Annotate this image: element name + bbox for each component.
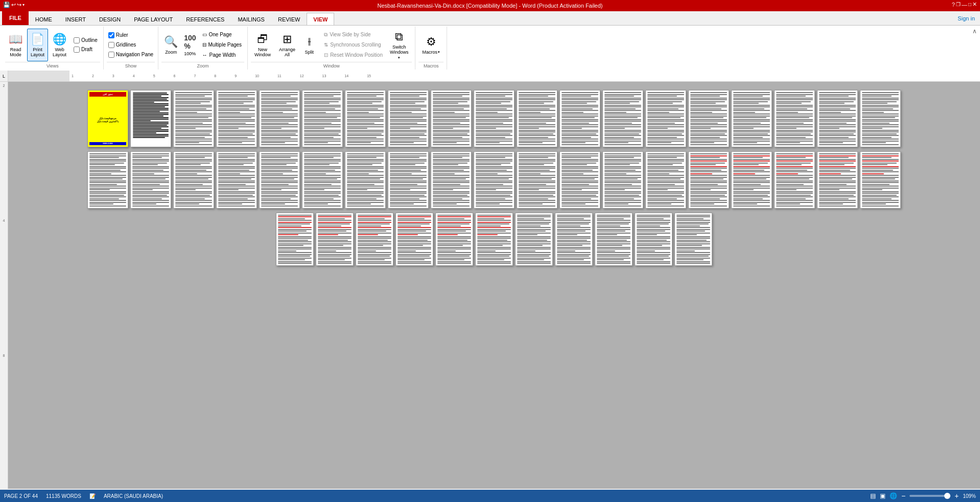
zoom-content: 🔍 Zoom 100% 100% ▭ One Page ⊟ Multiple P… xyxy=(161,28,244,62)
page-24 xyxy=(259,151,300,209)
status-right: ▤ ▣ 🌐 − + 109% xyxy=(870,492,976,500)
arrange-all-button[interactable]: ⊞ ArrangeAll xyxy=(275,29,299,61)
zoom-button[interactable]: 🔍 Zoom xyxy=(161,29,180,61)
view-side-by-side-button[interactable]: ⧉ View Side by Side xyxy=(321,30,385,39)
one-page-button[interactable]: ▭ One Page xyxy=(200,30,245,39)
row3-pages xyxy=(276,213,712,266)
page-12 xyxy=(559,90,600,147)
switch-windows-button[interactable]: ⧉ SwitchWindows ▾ xyxy=(386,29,412,61)
tab-review[interactable]: REVIEW xyxy=(271,13,307,25)
sign-in[interactable]: Sign in xyxy=(952,13,980,24)
window-content: 🗗 NewWindow ⊞ ArrangeAll ⫲ Split ⧉ View … xyxy=(251,28,412,62)
split-button[interactable]: ⫲ Split xyxy=(300,29,318,61)
page-25 xyxy=(302,151,343,209)
page-6 xyxy=(302,90,343,147)
save-button[interactable]: 💾 xyxy=(3,2,10,8)
tab-insert[interactable]: INSERT xyxy=(59,13,92,25)
title-text: Nesbat-Ravanshenasi-Va-Din.docx [Compati… xyxy=(4,3,976,9)
zoom-level[interactable]: 109% xyxy=(963,493,976,499)
language-icon: 📝 xyxy=(89,493,96,499)
page-10 xyxy=(474,90,515,147)
synchronous-scrolling-button[interactable]: ⇅ Synchronous Scrolling xyxy=(321,40,385,50)
maximize-button[interactable]: □ xyxy=(968,2,971,7)
new-window-icon: 🗗 xyxy=(257,33,268,46)
navigation-pane-checkbox[interactable] xyxy=(108,52,114,58)
zoom-minus-button[interactable]: − xyxy=(901,492,905,500)
page-8 xyxy=(388,90,429,147)
print-layout-icon: 📄 xyxy=(31,33,44,46)
new-window-button[interactable]: 🗗 NewWindow xyxy=(251,29,274,61)
navigation-pane-checkbox-item[interactable]: Navigation Pane xyxy=(107,51,155,59)
read-mode-button[interactable]: 📖 ReadMode xyxy=(5,29,26,61)
page-5 xyxy=(259,90,300,147)
customize-qa-button[interactable]: ▾ xyxy=(22,2,25,8)
redo-button[interactable]: ↪ xyxy=(17,2,21,8)
ruler-checkbox-item[interactable]: Ruler xyxy=(107,31,130,39)
macros-group: ⚙ Macros ▾ Macros xyxy=(415,27,447,70)
page-20 xyxy=(87,151,128,209)
zoom-plus-button[interactable]: + xyxy=(954,492,959,500)
web-layout-button[interactable]: 🌐 WebLayout xyxy=(49,29,70,61)
page-23 xyxy=(216,151,257,209)
page-2 xyxy=(130,90,171,147)
page-41 xyxy=(356,213,393,266)
window-group-label: Window xyxy=(251,62,412,69)
view-print-button[interactable]: ▣ xyxy=(880,492,885,499)
zoom-slider[interactable] xyxy=(909,495,950,497)
macros-content: ⚙ Macros ▾ xyxy=(418,28,444,62)
web-layout-icon: 🌐 xyxy=(53,33,66,46)
close-button[interactable]: ✕ xyxy=(972,1,977,8)
zoom-label: Zoom xyxy=(165,50,177,55)
page-30 xyxy=(517,151,557,209)
tab-page-layout[interactable]: PAGE LAYOUT xyxy=(127,13,179,25)
page-33 xyxy=(645,151,686,209)
page-4 xyxy=(216,90,257,147)
one-page-label: One Page xyxy=(209,32,232,37)
view-normal-button[interactable]: ▤ xyxy=(870,492,876,499)
macros-button[interactable]: ⚙ Macros ▾ xyxy=(418,29,444,61)
tab-home[interactable]: HOME xyxy=(29,13,59,25)
page-21 xyxy=(130,151,171,209)
ruler-checkbox[interactable] xyxy=(108,32,114,38)
tab-references[interactable]: REFERENCES xyxy=(179,13,231,25)
outline-checkbox-item[interactable]: Outline xyxy=(72,36,99,44)
tab-design[interactable]: DESIGN xyxy=(92,13,127,25)
page-36 xyxy=(774,151,815,209)
switch-dropdown-arrow: ▾ xyxy=(398,56,400,60)
view-web-button[interactable]: 🌐 xyxy=(890,492,897,499)
draft-checkbox-item[interactable]: Draft xyxy=(72,45,99,54)
tab-file[interactable]: FILE xyxy=(2,11,29,25)
macros-group-label: Macros xyxy=(418,62,444,69)
page-width-label: Page Width xyxy=(209,52,236,58)
zoom-100-button[interactable]: 100% 100% xyxy=(181,29,198,61)
ribbon-collapse[interactable]: ∧ xyxy=(971,27,978,70)
page-22 xyxy=(173,151,214,209)
outline-checkbox[interactable] xyxy=(74,37,80,43)
draft-checkbox[interactable] xyxy=(74,47,80,53)
gridlines-checkbox[interactable] xyxy=(108,42,114,48)
multiple-pages-button[interactable]: ⊟ Multiple Pages xyxy=(200,40,245,50)
page-46 xyxy=(555,213,593,266)
status-bar: PAGE 2 OF 44 11135 WORDS 📝 ARABIC (SAUDI… xyxy=(0,490,980,502)
tab-mailings[interactable]: MAILINGS xyxy=(231,13,271,25)
minimize-button[interactable]: — xyxy=(962,2,967,8)
show-content: Ruler Gridlines Navigation Pane xyxy=(107,28,155,62)
page-35 xyxy=(731,151,772,209)
page-31 xyxy=(559,151,600,209)
zoom-100-label: 100% xyxy=(184,51,196,56)
page-9 xyxy=(431,90,472,147)
sync-scroll-icon: ⇅ xyxy=(324,42,328,48)
help-button[interactable]: ? xyxy=(952,2,955,8)
reset-window-position-button[interactable]: ⊡ Reset Window Position xyxy=(321,51,385,60)
ruler-row: L // inline ruler ticks would be JS, use… xyxy=(0,71,980,82)
tab-view[interactable]: VIEW xyxy=(307,13,334,25)
zoom-100-icon: 100% xyxy=(184,34,196,50)
page-18 xyxy=(817,90,858,147)
restore-button[interactable]: ❐ xyxy=(956,2,961,7)
undo-button[interactable]: ↩ xyxy=(11,2,16,8)
print-layout-button[interactable]: 📄 PrintLayout xyxy=(27,29,48,61)
page-width-button[interactable]: ↔ Page Width xyxy=(200,51,245,60)
page-15 xyxy=(688,90,729,147)
page-42 xyxy=(395,213,433,266)
gridlines-checkbox-item[interactable]: Gridlines xyxy=(107,41,137,49)
